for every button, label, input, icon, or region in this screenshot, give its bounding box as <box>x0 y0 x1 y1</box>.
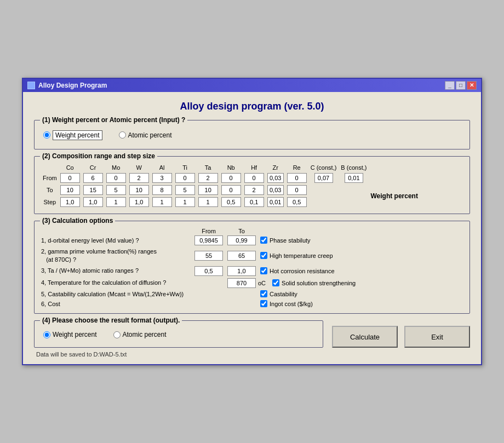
section-4: (4) Please choose the result format (out… <box>34 320 323 348</box>
re-to[interactable] <box>287 185 307 195</box>
castability-label: Castability <box>270 291 297 297</box>
w-step[interactable] <box>129 197 149 207</box>
ta-to[interactable] <box>198 185 218 195</box>
to-header: To <box>227 228 256 234</box>
calc-desc-2: 2, gamma prime volume fraction(%) ranges… <box>41 248 194 264</box>
mo-step[interactable] <box>106 197 126 207</box>
section-4-content: Weight percent Atomic percent <box>41 327 316 342</box>
ta-step[interactable] <box>198 197 218 207</box>
ti-to[interactable] <box>175 185 195 195</box>
calc-desc-3: 3, Ta / (W+Mo) atomic ratio ranges ? <box>41 267 194 274</box>
al-step[interactable] <box>152 197 172 207</box>
hf-to[interactable] <box>244 185 264 195</box>
mo-to[interactable] <box>106 185 126 195</box>
phase-stability-label: Phase stabiluty <box>270 237 311 244</box>
solid-solution-checkbox[interactable] <box>272 279 279 286</box>
col-ta: Ta <box>197 163 220 172</box>
col-ti: Ti <box>174 163 197 172</box>
ta-ratio-to[interactable] <box>227 266 256 276</box>
window-title: Alloy Design Program <box>38 82 107 89</box>
col-cr: Cr <box>82 163 105 172</box>
to-label: To <box>41 184 59 196</box>
high-temp-creep-label: High temperature creep <box>270 252 333 259</box>
re-from[interactable] <box>287 173 307 183</box>
castability-checkbox[interactable] <box>260 290 267 297</box>
md-to[interactable] <box>227 235 256 245</box>
w-to[interactable] <box>129 185 149 195</box>
col-c: C (const,) <box>308 163 339 172</box>
gamma-from[interactable] <box>194 251 223 261</box>
calc-row-1: 1, d-orbital energy level (Md value) ? P… <box>41 235 463 245</box>
row-from: From <box>41 172 420 184</box>
main-title: Alloy design program (ver. 5.0) <box>34 101 470 112</box>
output-atomic-radio[interactable] <box>113 331 121 338</box>
weight-percent-radio-item[interactable]: Weight percent <box>43 130 102 140</box>
from-to-header: From To <box>194 228 463 234</box>
atomic-percent-radio[interactable] <box>119 131 126 139</box>
ti-step[interactable] <box>175 197 195 207</box>
minimize-button[interactable]: _ <box>445 81 455 90</box>
section-2-content: Co Cr Mo W Al Ti Ta Nb Hf Zr Re C (const… <box>41 163 463 208</box>
co-from[interactable] <box>60 173 80 183</box>
calc-desc-4: 4, Temperature for the calculation of di… <box>41 279 194 286</box>
co-to[interactable] <box>60 185 80 195</box>
col-re: Re <box>285 163 308 172</box>
bottom-row: (4) Please choose the result format (out… <box>34 320 470 348</box>
hot-corrosion-checkbox[interactable] <box>260 267 267 274</box>
zr-from[interactable] <box>267 173 284 183</box>
hf-step[interactable] <box>244 197 264 207</box>
close-button[interactable]: ✕ <box>467 81 477 90</box>
section-4-legend: (4) Please choose the result format (out… <box>40 317 182 324</box>
col-nb: Nb <box>220 163 243 172</box>
zr-to[interactable] <box>267 185 284 195</box>
weight-percent-radio[interactable] <box>43 131 50 139</box>
b-from[interactable] <box>345 173 363 183</box>
atomic-percent-label: Atomic percent <box>128 131 172 139</box>
re-step[interactable] <box>287 197 307 207</box>
output-weight-radio-item[interactable]: Weight percent <box>43 331 97 338</box>
ti-from[interactable] <box>175 173 195 183</box>
exit-button[interactable]: Exit <box>404 326 470 348</box>
calculate-button[interactable]: Calculate <box>332 326 398 348</box>
md-from[interactable] <box>194 235 223 245</box>
col-w: W <box>128 163 151 172</box>
phase-stability-checkbox[interactable] <box>260 237 267 244</box>
al-to[interactable] <box>152 185 172 195</box>
buttons-col: Calculate Exit <box>332 320 470 348</box>
ta-ratio-from[interactable] <box>194 266 223 276</box>
section-3-content: From To 1, d-orbital energy level (Md va… <box>41 228 463 308</box>
nb-from[interactable] <box>221 173 241 183</box>
nb-step[interactable] <box>221 197 241 207</box>
calc-row-3: 3, Ta / (W+Mo) atomic ratio ranges ? Hot… <box>41 266 463 276</box>
maximize-button[interactable]: □ <box>456 81 466 90</box>
output-atomic-radio-item[interactable]: Atomic percent <box>113 331 167 338</box>
gamma-to[interactable] <box>227 251 256 261</box>
phase-stability-check-group: Phase stabiluty <box>260 237 311 244</box>
atomic-percent-radio-item[interactable]: Atomic percent <box>119 131 172 139</box>
output-weight-radio[interactable] <box>43 331 50 338</box>
c-from[interactable] <box>314 173 333 183</box>
co-step[interactable] <box>60 197 80 207</box>
w-from[interactable] <box>129 173 149 183</box>
cr-from[interactable] <box>83 173 103 183</box>
oc-label: oC <box>258 280 266 286</box>
composition-table: Co Cr Mo W Al Ti Ta Nb Hf Zr Re C (const… <box>41 163 420 208</box>
castability-check-group: Castability <box>260 290 297 297</box>
mo-from[interactable] <box>106 173 126 183</box>
output-weight-label: Weight percent <box>53 331 97 338</box>
zr-step[interactable] <box>267 197 284 207</box>
high-temp-creep-checkbox[interactable] <box>260 252 267 259</box>
nb-to[interactable] <box>221 185 241 195</box>
cr-to[interactable] <box>83 185 103 195</box>
ta-from[interactable] <box>198 173 218 183</box>
status-bar: Data will be saved to D:WAD-5.txt <box>34 351 470 358</box>
section-3-legend: (3) Calculation options <box>40 217 115 225</box>
ingot-cost-checkbox[interactable] <box>260 300 267 307</box>
hf-from[interactable] <box>244 173 264 183</box>
from-label: From <box>41 172 59 184</box>
cr-step[interactable] <box>83 197 103 207</box>
title-bar-left: Alloy Design Program <box>27 82 107 89</box>
al-from[interactable] <box>152 173 172 183</box>
content-area: Alloy design program (ver. 5.0) (1) Weig… <box>23 92 481 364</box>
temp-diffusion[interactable] <box>227 278 256 288</box>
